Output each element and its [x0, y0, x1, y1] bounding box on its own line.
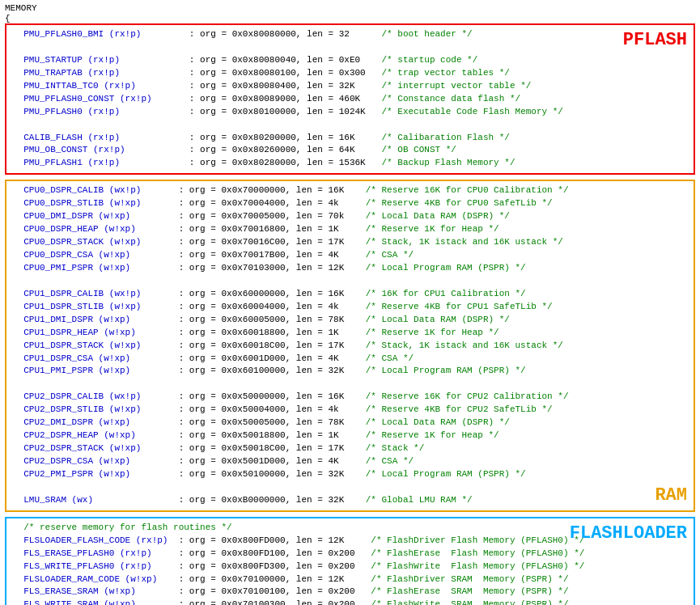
flashloader-title: FLASHLOADER [570, 522, 687, 545]
ram-section: CPU0_DSPR_CALIB (wx!p) : org = 0x0x70000… [5, 180, 695, 511]
pflash-title: PFLASH [623, 28, 687, 52]
pflash-section: PMU_PFLASH0_BMI (rx!p) : org = 0x0x80080… [5, 23, 695, 175]
ram-title: RAM [655, 484, 687, 507]
flashloader-section: /* reserve memory for flash routines */ … [5, 517, 695, 605]
open-brace: { [5, 14, 695, 23]
page-container: MEMORY { PMU_PFLASH0_BMI (rx!p) : org = … [0, 0, 700, 605]
memory-label: MEMORY [5, 3, 695, 13]
